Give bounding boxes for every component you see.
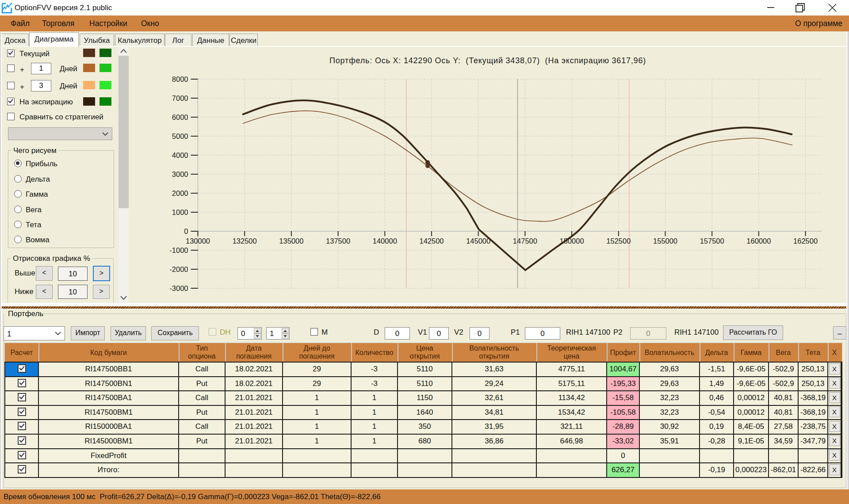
svg-text:2000: 2000 [172, 189, 188, 197]
svg-text:0: 0 [184, 227, 188, 235]
svg-text:-2000: -2000 [169, 265, 188, 273]
svg-text:157500: 157500 [700, 237, 724, 245]
svg-text:142500: 142500 [419, 237, 444, 245]
svg-text:1000: 1000 [172, 208, 188, 216]
svg-text:160000: 160000 [746, 237, 771, 245]
svg-text:150000: 150000 [560, 237, 584, 245]
svg-text:132500: 132500 [233, 237, 257, 245]
svg-text:-3000: -3000 [169, 284, 188, 292]
svg-text:140000: 140000 [373, 237, 397, 245]
svg-text:7000: 7000 [172, 94, 188, 102]
svg-text:152500: 152500 [606, 237, 631, 245]
svg-text:135000: 135000 [279, 237, 303, 245]
svg-text:4000: 4000 [172, 151, 188, 159]
svg-text:6000: 6000 [172, 113, 188, 121]
svg-text:Портфель: Ось X: 142290 Ось Y:: Портфель: Ось X: 142290 Ось Y: (Текущий … [329, 56, 646, 65]
svg-text:162500: 162500 [793, 237, 818, 245]
svg-text:5000: 5000 [172, 132, 188, 140]
svg-text:137500: 137500 [326, 237, 350, 245]
svg-text:3000: 3000 [172, 170, 188, 178]
svg-text:155000: 155000 [653, 237, 677, 245]
svg-text:145000: 145000 [466, 237, 490, 245]
svg-text:8000: 8000 [172, 75, 188, 83]
svg-text:147500: 147500 [513, 237, 537, 245]
svg-text:130000: 130000 [186, 237, 210, 245]
svg-text:-1000: -1000 [169, 246, 188, 254]
